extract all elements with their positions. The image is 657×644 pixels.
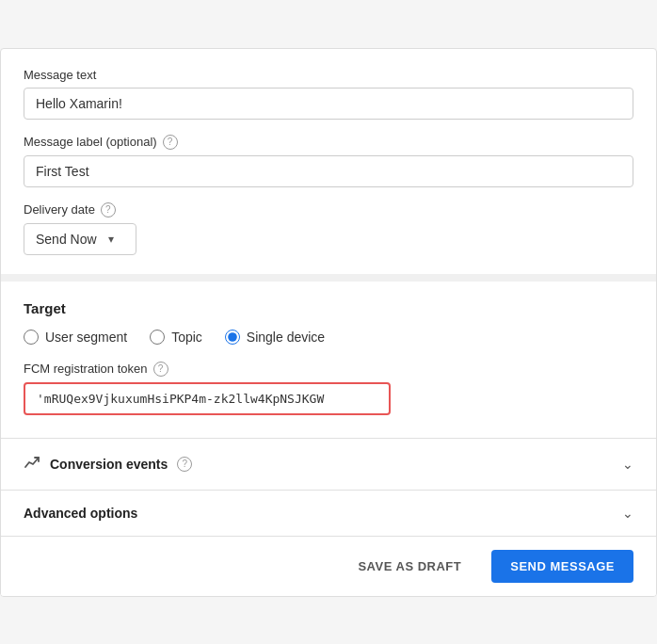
radio-single-device-input[interactable]	[225, 330, 240, 345]
advanced-options-left: Advanced options	[24, 506, 137, 521]
message-label-help-icon[interactable]: ?	[163, 135, 178, 150]
delivery-date-dropdown[interactable]: Send Now ▾	[24, 223, 136, 255]
message-text-label: Message text	[24, 68, 633, 82]
main-container: Message text Message label (optional) ? …	[0, 48, 657, 597]
advanced-options-section[interactable]: Advanced options ⌄	[1, 490, 656, 536]
message-label-group: Message label (optional) ?	[24, 135, 633, 187]
advanced-options-chevron-icon: ⌄	[622, 506, 633, 521]
conversion-events-icon	[24, 454, 40, 475]
radio-topic-input[interactable]	[150, 330, 165, 345]
message-label-label: Message label (optional) ?	[24, 135, 633, 150]
send-message-button[interactable]: SEND MESSAGE	[491, 550, 633, 583]
radio-topic[interactable]: Topic	[150, 330, 202, 345]
radio-user-segment[interactable]: User segment	[24, 330, 127, 345]
save-draft-button[interactable]: SAVE AS DRAFT	[339, 550, 480, 583]
fcm-token-label: FCM registration token ?	[24, 362, 633, 377]
radio-single-device[interactable]: Single device	[225, 330, 325, 345]
delivery-date-help-icon[interactable]: ?	[101, 202, 116, 217]
conversion-events-help-icon[interactable]: ?	[177, 457, 192, 472]
delivery-date-label: Delivery date ?	[24, 202, 633, 217]
conversion-events-left: Conversion events ?	[24, 454, 192, 475]
fcm-token-group: FCM registration token ?	[24, 362, 633, 415]
target-title: Target	[24, 300, 633, 316]
delivery-date-chevron-icon: ▾	[108, 233, 114, 246]
fcm-token-input[interactable]	[24, 382, 391, 415]
message-text-input[interactable]	[24, 88, 633, 120]
footer: SAVE AS DRAFT SEND MESSAGE	[1, 536, 656, 596]
target-radio-group: User segment Topic Single device	[24, 330, 633, 345]
radio-user-segment-input[interactable]	[24, 330, 39, 345]
fcm-token-help-icon[interactable]: ?	[153, 362, 168, 377]
message-text-group: Message text	[24, 68, 633, 120]
message-label-input[interactable]	[24, 155, 633, 187]
message-form-section: Message text Message label (optional) ? …	[1, 49, 656, 282]
conversion-events-chevron-icon: ⌄	[622, 457, 633, 472]
target-section: Target User segment Topic Single device …	[1, 282, 656, 438]
delivery-date-group: Delivery date ? Send Now ▾	[24, 202, 633, 255]
conversion-events-section[interactable]: Conversion events ? ⌄	[1, 438, 656, 490]
